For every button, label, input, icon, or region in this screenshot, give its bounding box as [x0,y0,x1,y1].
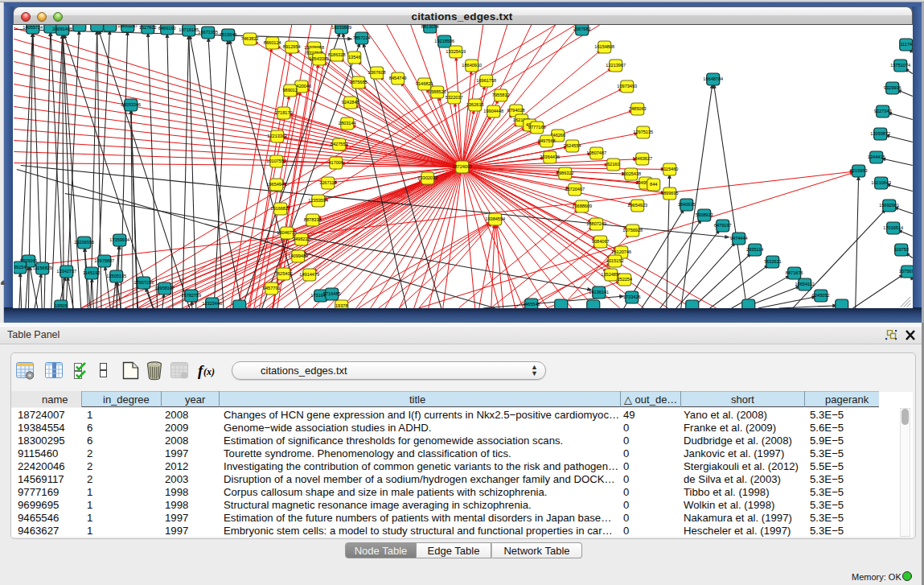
svg-text:5322037: 5322037 [445,95,462,100]
svg-text:14914479: 14914479 [299,272,319,277]
svg-text:16463627: 16463627 [632,156,652,161]
svg-text:23302033: 23302033 [417,175,437,180]
svg-text:989012: 989012 [282,88,298,93]
svg-text:20053346: 20053346 [121,102,141,107]
svg-text:6497568: 6497568 [537,138,555,143]
svg-text:16961758: 16961758 [476,78,496,83]
svg-text:10107553: 10107553 [266,159,286,163]
svg-text:16671355: 16671355 [198,30,218,35]
svg-text:12353594: 12353594 [308,198,328,203]
svg-text:8660124: 8660124 [263,40,281,45]
svg-text:844: 844 [650,182,657,187]
svg-text:10973493: 10973493 [617,84,637,89]
svg-text:6794028: 6794028 [507,108,524,113]
svg-text:7857224: 7857224 [352,35,370,40]
svg-text:19378: 19378 [335,303,347,308]
svg-text:417006: 417006 [328,160,343,165]
svg-text:16120746: 16120746 [611,249,631,254]
svg-text:13546: 13546 [347,55,360,60]
svg-text:16033809: 16033809 [331,25,351,30]
svg-text:17957253: 17957253 [133,280,154,285]
svg-text:18724007: 18724007 [452,164,472,169]
svg-text:16046738: 16046738 [277,230,297,235]
svg-text:1588520: 1588520 [428,89,446,94]
svg-text:7463822: 7463822 [240,36,258,41]
svg-text:19904448: 19904448 [483,109,503,113]
svg-text:8471676: 8471676 [785,270,803,275]
svg-text:10025438: 10025438 [621,171,641,176]
svg-text:16154808: 16154808 [594,44,614,49]
svg-text:9245052: 9245052 [811,293,829,298]
svg-text:20206556: 20206556 [74,240,94,245]
svg-text:20091406: 20091406 [52,27,72,31]
svg-text:1362615: 1362615 [466,102,483,107]
svg-text:19654943: 19654943 [266,182,286,187]
svg-text:12093872: 12093872 [870,131,890,136]
svg-text:12342737: 12342737 [56,269,76,274]
svg-text:9242848: 9242848 [341,100,359,105]
svg-text:9899695: 9899695 [660,191,678,196]
svg-text:19654923: 19654923 [627,203,647,208]
svg-text:10756928: 10756928 [622,228,643,233]
svg-text:19166827: 19166827 [270,206,290,211]
svg-text:1145192: 1145192 [83,270,100,275]
svg-text:9457791: 9457791 [262,286,280,290]
svg-text:20364436: 20364436 [540,154,560,159]
svg-text:9146821: 9146821 [415,81,433,86]
svg-text:12213967: 12213967 [606,63,626,68]
svg-text:10719185: 10719185 [179,27,199,32]
svg-text:8454749: 8454749 [388,76,406,80]
svg-text:19218506: 19218506 [434,39,454,43]
svg-text:9084067: 9084067 [591,239,609,244]
svg-text:(x): (x) [203,366,215,377]
svg-text:14099489: 14099489 [288,253,308,258]
svg-text:14136141: 14136141 [589,290,609,295]
svg-text:12505135: 12505135 [106,274,126,278]
svg-text:2367608: 2367608 [368,70,385,75]
svg-text:1075692: 1075692 [898,269,912,274]
svg-text:17016514: 17016514 [883,225,903,230]
svg-text:3875685: 3875685 [349,80,367,84]
svg-text:7625402: 7625402 [274,271,292,276]
svg-text:10653267: 10653267 [117,25,138,28]
svg-text:18807249: 18807249 [586,221,606,226]
svg-text:8427552: 8427552 [330,142,347,146]
svg-text:6479197: 6479197 [713,223,731,228]
svg-text:18640910: 18640910 [462,63,482,68]
svg-text:7986322: 7986322 [556,171,573,175]
svg-text:7485063: 7485063 [628,106,646,111]
svg-text:2803144: 2803144 [338,121,355,126]
svg-text:62160: 62160 [606,162,619,167]
svg-text:10807487: 10807487 [586,150,606,155]
svg-text:19384554: 19384554 [485,216,505,221]
svg-text:116753: 116753 [893,247,908,252]
svg-text:3267110: 3267110 [319,180,336,185]
svg-text:9227343: 9227343 [873,109,891,113]
svg-text:2087682: 2087682 [573,27,590,31]
svg-text:1733426: 1733426 [622,295,640,299]
svg-text:6466160: 6466160 [158,26,175,31]
svg-text:7955812: 7955812 [491,93,509,97]
svg-text:15720407: 15720407 [565,187,585,192]
svg-text:39154: 39154 [14,265,27,270]
svg-text:9777169: 9777169 [528,125,545,130]
svg-text:5716485: 5716485 [322,291,340,296]
svg-text:252254: 252254 [617,277,632,282]
svg-text:8878334: 8878334 [303,217,321,222]
svg-text:2935114: 2935114 [746,247,763,252]
svg-text:9115460: 9115460 [661,167,678,171]
svg-text:15751074: 15751074 [890,63,910,68]
svg-text:10543382: 10543382 [309,56,329,61]
svg-text:10958107: 10958107 [154,286,175,290]
svg-text:3624554: 3624554 [563,143,581,148]
svg-text:1015152: 1015152 [606,258,623,263]
svg-text:8912954: 8912954 [282,44,300,49]
svg-text:3498222: 3498222 [292,237,310,241]
svg-text:9465546: 9465546 [522,302,540,307]
svg-text:8215953: 8215953 [849,168,867,173]
svg-text:2718170: 2718170 [274,110,292,115]
svg-text:13325419: 13325419 [446,49,466,54]
svg-text:16782759: 16782759 [181,293,201,298]
svg-text:12975135: 12975135 [633,130,653,134]
svg-text:1640935: 1640935 [677,202,695,207]
